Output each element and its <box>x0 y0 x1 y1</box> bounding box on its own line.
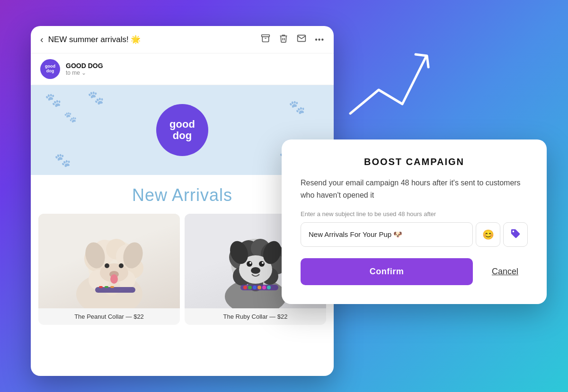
brand-logo: gooddog <box>156 104 208 156</box>
archive-icon[interactable] <box>261 34 270 45</box>
svg-point-45 <box>262 286 266 289</box>
svg-point-35 <box>247 261 252 267</box>
product-card-peanut: The Peanut Collar — $22 <box>38 214 180 325</box>
sender-avatar: gooddog <box>40 59 60 79</box>
email-header: ‹ NEW summer arrivals! 🌟 ••• <box>31 26 334 53</box>
svg-point-42 <box>248 286 252 289</box>
modal-title: BOOST CAMPAIGN <box>301 157 528 167</box>
sender-name: GOOD DOG <box>66 62 324 70</box>
back-button[interactable]: ‹ <box>40 34 44 45</box>
sender-info: GOOD DOG to me ⌄ <box>66 62 324 76</box>
svg-point-15 <box>119 263 124 268</box>
input-row: 😊 <box>301 222 528 247</box>
paw-decoration: 🐾 <box>88 90 104 105</box>
svg-point-39 <box>251 267 260 274</box>
arrow-graphic <box>346 47 440 123</box>
svg-rect-19 <box>99 286 103 288</box>
cancel-button[interactable]: Cancel <box>482 258 528 285</box>
sender-to[interactable]: to me ⌄ <box>66 70 324 76</box>
product-label-peanut: The Peanut Collar — $22 <box>38 308 180 325</box>
svg-point-14 <box>105 263 109 268</box>
paw-decoration: 🐾 <box>64 111 77 123</box>
modal-description: Resend your email campaign 48 hours afte… <box>301 177 528 201</box>
subject-input[interactable] <box>301 222 473 247</box>
email-sender-row: gooddog GOOD DOG to me ⌄ <box>31 53 334 85</box>
svg-point-37 <box>249 262 251 264</box>
dog-peanut-illustration <box>38 214 180 308</box>
svg-rect-20 <box>105 286 108 288</box>
emoji-button[interactable]: 😊 <box>476 222 500 247</box>
svg-rect-0 <box>262 35 270 37</box>
svg-point-17 <box>110 274 118 284</box>
emoji-icon: 😊 <box>482 229 494 240</box>
tag-icon <box>510 228 521 241</box>
svg-point-43 <box>253 286 257 289</box>
product-label-ruby: The Ruby Collar — $22 <box>185 308 326 325</box>
paw-decoration: 🐾 <box>289 99 305 115</box>
tag-button[interactable] <box>503 222 528 247</box>
boost-modal: BOOST CAMPAIGN Resend your email campaig… <box>282 139 547 304</box>
svg-point-36 <box>259 261 265 267</box>
confirm-button[interactable]: Confirm <box>301 258 473 285</box>
delete-icon[interactable] <box>279 34 288 45</box>
svg-point-44 <box>257 286 261 289</box>
svg-point-46 <box>267 286 271 289</box>
email-actions: ••• <box>261 34 324 45</box>
paw-decoration: 🐾 <box>45 92 62 108</box>
avatar-text: gooddog <box>45 64 55 74</box>
paw-decoration: 🐾 <box>54 152 71 168</box>
logo-text: gooddog <box>169 119 195 141</box>
button-row: Confirm Cancel <box>301 258 528 285</box>
svg-rect-21 <box>110 286 114 288</box>
mail-icon[interactable] <box>297 34 306 45</box>
more-icon[interactable]: ••• <box>315 35 324 44</box>
modal-sublabel: Enter a new subject line to be used 48 h… <box>301 210 528 218</box>
svg-point-41 <box>243 286 247 289</box>
product-image-peanut <box>38 214 180 308</box>
email-subject: NEW summer arrivals! 🌟 <box>48 35 261 44</box>
svg-point-38 <box>262 262 264 264</box>
